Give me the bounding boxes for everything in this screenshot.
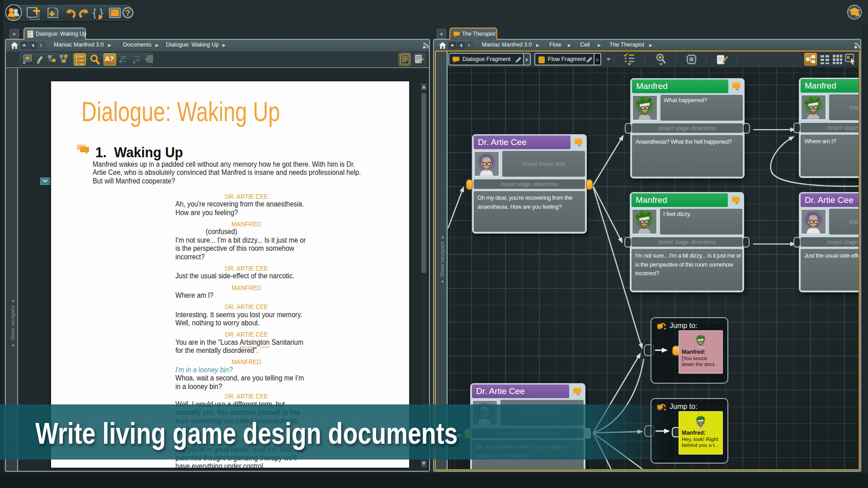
svg-text:{: { — [93, 6, 96, 19]
svg-text:A?: A? — [105, 55, 114, 62]
svg-text:1.: 1. — [75, 55, 79, 59]
svg-text:2.: 2. — [75, 62, 79, 66]
svg-text:?: ? — [125, 9, 130, 18]
